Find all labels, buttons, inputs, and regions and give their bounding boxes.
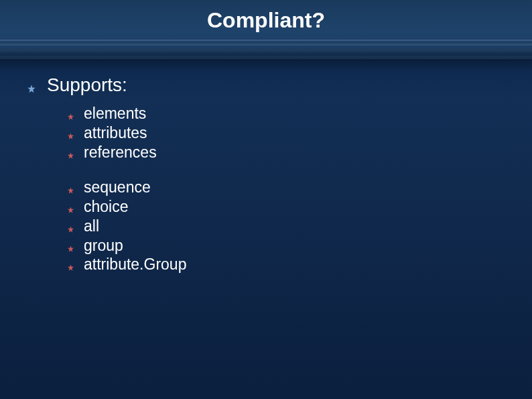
star-bullet-icon [67, 204, 74, 211]
list-item: choice [67, 197, 505, 217]
title-area: Compliant? [0, 0, 532, 40]
main-label: Supports: [47, 74, 127, 96]
svg-marker-4 [68, 188, 74, 194]
slide-title: Compliant? [0, 8, 532, 33]
svg-marker-5 [68, 207, 74, 213]
svg-marker-8 [68, 265, 74, 271]
sub-group-1: elements attributes references [67, 104, 505, 162]
item-label: attributes [84, 123, 147, 143]
list-item: attribute.Group [67, 255, 505, 274]
svg-marker-0 [27, 85, 36, 93]
item-label: choice [84, 197, 128, 217]
star-bullet-icon [27, 84, 36, 94]
list-item: group [67, 236, 505, 255]
item-label: elements [84, 104, 146, 123]
sub-group-2: sequence choice all group [67, 178, 505, 274]
list-item: sequence [67, 178, 505, 197]
star-bullet-icon [67, 130, 74, 137]
list-item: attributes [67, 123, 505, 143]
star-bullet-icon [67, 223, 74, 231]
list-item: all [67, 217, 505, 236]
star-bullet-icon [67, 111, 74, 118]
star-bullet-icon [67, 150, 74, 157]
star-bullet-icon [67, 184, 74, 192]
item-label: references [84, 143, 157, 162]
svg-marker-2 [68, 133, 74, 139]
list-item: references [67, 143, 505, 162]
star-bullet-icon [67, 243, 74, 250]
item-label: all [84, 217, 99, 236]
svg-marker-6 [68, 226, 74, 232]
item-label: attribute.Group [84, 255, 186, 274]
svg-marker-1 [68, 113, 74, 119]
star-bullet-icon [67, 262, 74, 269]
sub-groups: elements attributes references seque [27, 104, 505, 274]
main-bullet-row: Supports: [27, 74, 505, 96]
decorative-stripes [0, 40, 532, 61]
svg-marker-3 [68, 152, 74, 158]
content-area: Supports: elements attributes references [0, 61, 532, 274]
list-item: elements [67, 104, 505, 123]
item-label: sequence [84, 178, 151, 197]
svg-marker-7 [68, 245, 74, 251]
item-label: group [84, 236, 123, 255]
